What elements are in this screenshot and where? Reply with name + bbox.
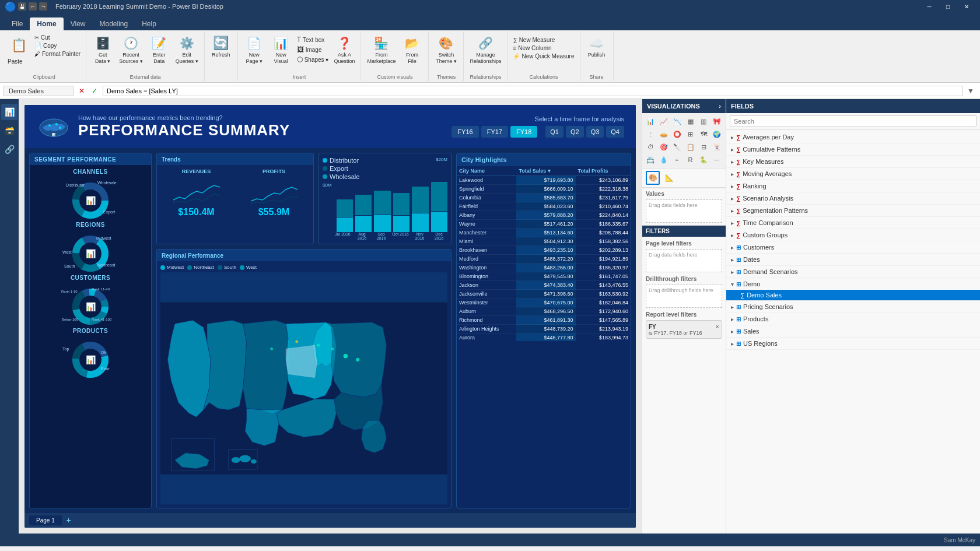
- fy18-btn[interactable]: FY18: [510, 126, 537, 138]
- filter-close-btn[interactable]: ×: [716, 323, 719, 330]
- tab-view[interactable]: View: [64, 17, 93, 30]
- group-header-segmentation-patterns[interactable]: ▸ ∑ Segmentation Patterns: [726, 205, 980, 216]
- group-header-averages-per-day[interactable]: ▸ ∑ Averages per Day: [726, 131, 980, 143]
- new-measure-btn[interactable]: ∑ New Measure: [511, 36, 576, 44]
- group-header-us-regions[interactable]: ▸ ⊞ US Regions: [726, 338, 980, 349]
- new-visual-btn[interactable]: 📊 NewVisual: [268, 34, 294, 66]
- formula-expand-btn[interactable]: ▼: [965, 85, 977, 97]
- close-btn[interactable]: ✕: [958, 0, 975, 13]
- viz-table[interactable]: 📋: [685, 141, 696, 153]
- add-page-btn[interactable]: +: [64, 515, 74, 525]
- page-filters-drop[interactable]: Drag data fields here: [646, 249, 722, 272]
- paste-label[interactable]: Paste: [6, 58, 32, 65]
- fy17-btn[interactable]: FY17: [481, 126, 508, 138]
- cut-btn[interactable]: ✂ Cut: [33, 34, 82, 41]
- viz-clustered-bar[interactable]: ▦: [685, 115, 696, 127]
- shapes-btn[interactable]: ⬡ Shapes ▾: [295, 55, 331, 64]
- viz-map[interactable]: 🗺: [698, 128, 709, 140]
- text-box-btn[interactable]: T Text box: [295, 35, 331, 44]
- q4-btn[interactable]: Q4: [606, 126, 624, 138]
- viz-stacked-bar[interactable]: 📊: [645, 115, 656, 127]
- new-page-btn[interactable]: 📄 NewPage ▾: [242, 34, 267, 66]
- group-header-demo[interactable]: ▾ ⊞ Demo: [726, 278, 980, 290]
- publish-btn[interactable]: ☁️ Publish: [584, 34, 610, 59]
- group-header-cumulative-patterns[interactable]: ▸ ∑ Cumulative Patterns: [726, 143, 980, 155]
- tab-modeling[interactable]: Modeling: [92, 17, 135, 30]
- col-sales[interactable]: Total Sales ▾: [516, 166, 575, 176]
- drillthrough-drop[interactable]: Drag drillthrough fields here: [646, 285, 722, 308]
- viz-ribbon[interactable]: 🎀: [711, 115, 723, 127]
- new-quick-measure-btn[interactable]: ⚡ New Quick Measure: [511, 52, 576, 60]
- fields-search-input[interactable]: [730, 115, 977, 127]
- viz-python[interactable]: 🐍: [698, 154, 709, 166]
- from-file-btn[interactable]: 📂 FromFile: [399, 34, 425, 66]
- group-header-time-comparison[interactable]: ▸ ∑ Time Comparison: [726, 217, 980, 229]
- new-column-btn[interactable]: ≡ New Column: [511, 44, 576, 52]
- viz-scatter[interactable]: ⋮: [645, 128, 656, 140]
- formula-confirm-btn[interactable]: ✓: [89, 85, 100, 97]
- viz-filled-map[interactable]: 🌍: [711, 128, 723, 140]
- group-header-scenario-analysis[interactable]: ▸ ∑ Scenario Analysis: [726, 192, 980, 204]
- format-icon[interactable]: 🎨: [646, 171, 660, 185]
- q3-btn[interactable]: Q3: [586, 126, 604, 138]
- group-header-ranking[interactable]: ▸ ∑ Ranking: [726, 180, 980, 192]
- undo-icon[interactable]: ↩: [29, 2, 37, 10]
- copy-btn[interactable]: 📄 Copy: [33, 42, 82, 50]
- tab-help[interactable]: Help: [135, 17, 163, 30]
- viz-more[interactable]: ···: [711, 154, 723, 166]
- formula-input[interactable]: Demo Sales = [Sales LY]: [103, 86, 963, 96]
- page-tab-1[interactable]: Page 1: [29, 515, 62, 525]
- city-table-container[interactable]: City Name Total Sales ▾ Total Profits La…: [457, 166, 631, 341]
- recent-sources-btn[interactable]: 🕐 RecentSources ▾: [117, 34, 145, 66]
- field-item[interactable]: ∑ Demo Sales: [726, 290, 980, 300]
- viz-multi-row-card[interactable]: 📇: [645, 154, 656, 166]
- viz-waterfall[interactable]: 💧: [658, 154, 670, 166]
- group-header-custom-groups[interactable]: ▸ ∑ Custom Groups: [726, 229, 980, 241]
- manage-relationships-btn[interactable]: 🔗 ManageRelationships: [467, 34, 503, 66]
- ask-question-btn[interactable]: ❓ Ask AQuestion: [331, 34, 357, 66]
- viz-gauge[interactable]: ⏱: [645, 141, 656, 153]
- viz-kpi[interactable]: 🎯: [658, 141, 670, 153]
- maximize-btn[interactable]: □: [939, 0, 957, 13]
- viz-card[interactable]: 🃏: [711, 141, 723, 153]
- from-marketplace-btn[interactable]: 🏪 FromMarketplace: [365, 34, 398, 66]
- refresh-btn[interactable]: 🔄 Refresh: [208, 34, 234, 59]
- group-header-dates[interactable]: ▸ ⊞ Dates: [726, 254, 980, 265]
- save-icon[interactable]: 💾: [18, 2, 26, 10]
- q1-btn[interactable]: Q1: [545, 126, 564, 138]
- viz-values-drop[interactable]: Drag data fields here: [646, 199, 722, 223]
- viz-area[interactable]: 📉: [671, 115, 683, 127]
- group-header-customers[interactable]: ▸ ⊞ Customers: [726, 241, 980, 253]
- group-header-pricing-scenarios[interactable]: ▸ ⊞ Pricing Scenarios: [726, 301, 980, 313]
- analytics-icon[interactable]: 📐: [662, 171, 676, 185]
- viz-expand-icon[interactable]: ›: [719, 103, 721, 110]
- enter-data-btn[interactable]: 📝 EnterData: [146, 34, 172, 66]
- minimize-btn[interactable]: ─: [921, 0, 938, 13]
- viz-100pct-bar[interactable]: ▥: [698, 115, 709, 127]
- edit-queries-btn[interactable]: ⚙️ EditQueries ▾: [173, 34, 201, 66]
- group-header-demand-scenarios[interactable]: ▸ ⊞ Demand Scenarios: [726, 266, 980, 278]
- viz-slicer[interactable]: 🔪: [671, 141, 683, 153]
- viz-funnel[interactable]: ⌁: [671, 154, 683, 166]
- redo-icon[interactable]: ↪: [39, 2, 47, 10]
- viz-r-visual[interactable]: R: [685, 154, 696, 166]
- viz-line[interactable]: 📈: [658, 115, 670, 127]
- sidebar-icon-data[interactable]: 🗃️: [1, 122, 18, 139]
- group-header-sales[interactable]: ▸ ⊞ Sales: [726, 325, 980, 337]
- group-header-moving-averages[interactable]: ▸ ∑ Moving Averages: [726, 168, 980, 180]
- formula-cancel-btn[interactable]: ✕: [76, 85, 88, 97]
- sidebar-icon-report[interactable]: 📊: [1, 104, 18, 120]
- paste-btn[interactable]: 📋: [6, 34, 32, 57]
- tab-home[interactable]: Home: [30, 17, 63, 30]
- group-header-key-measures[interactable]: ▸ ∑ Key Measures: [726, 156, 980, 167]
- sidebar-icon-relationships[interactable]: 🔗: [1, 141, 18, 157]
- q2-btn[interactable]: Q2: [566, 126, 584, 138]
- image-btn[interactable]: 🖼 Image: [295, 45, 331, 54]
- viz-pie[interactable]: 🥧: [658, 128, 670, 140]
- viz-matrix[interactable]: ⊟: [698, 141, 709, 153]
- viz-donut[interactable]: ⭕: [671, 128, 683, 140]
- get-data-btn[interactable]: 🗄️ GetData ▾: [90, 34, 116, 66]
- tab-file[interactable]: File: [5, 17, 30, 30]
- group-header-products[interactable]: ▸ ⊞ Products: [726, 313, 980, 325]
- fy16-btn[interactable]: FY16: [452, 126, 478, 138]
